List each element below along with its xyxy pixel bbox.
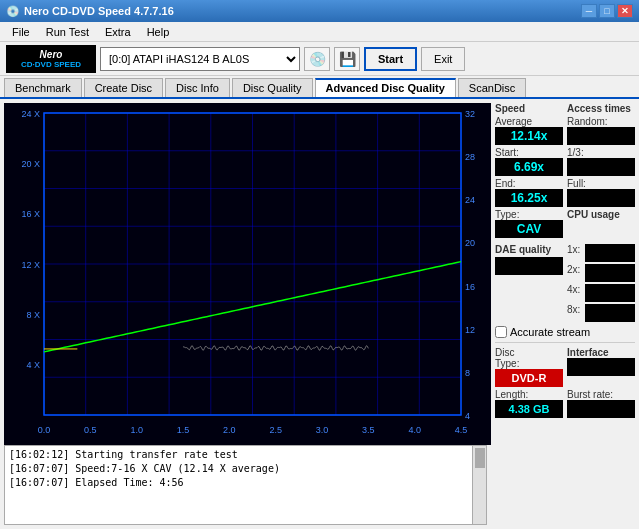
- end-col: End: 16.25x: [495, 178, 563, 207]
- average-label: Average: [495, 116, 563, 127]
- cpu-1x-label: 1x:: [567, 244, 580, 262]
- full-value: [567, 189, 635, 207]
- speed-section: Speed Access times Average 12.14x Random…: [495, 103, 635, 418]
- minimize-button[interactable]: ─: [581, 4, 597, 18]
- right-panel: Speed Access times Average 12.14x Random…: [491, 99, 639, 529]
- disc-eject-icon-btn[interactable]: 💿: [304, 47, 330, 71]
- menu-file[interactable]: File: [4, 24, 38, 40]
- tab-create-disc[interactable]: Create Disc: [84, 78, 163, 97]
- titlebar: 💿 Nero CD-DVD Speed 4.7.7.16 ─ □ ✕: [0, 0, 639, 22]
- burst-label: Burst rate:: [567, 389, 635, 400]
- speed-access-header: Speed Access times: [495, 103, 635, 114]
- access-times-label: Access times: [567, 103, 635, 114]
- type-label: Type:: [495, 209, 563, 220]
- disc-type-label2: Type:: [495, 358, 563, 369]
- average-col: Average 12.14x: [495, 116, 563, 145]
- tab-advanced-disc-quality[interactable]: Advanced Disc Quality: [315, 78, 456, 97]
- titlebar-controls: ─ □ ✕: [581, 4, 633, 18]
- accurate-stream-row: Accurate stream: [495, 326, 635, 338]
- speed-col: Speed: [495, 103, 563, 114]
- disc-type-label: Disc: [495, 347, 563, 358]
- chart-area: [4, 103, 491, 445]
- average-random-row: Average 12.14x Random:: [495, 116, 635, 145]
- accurate-stream-checkbox[interactable]: [495, 326, 507, 338]
- cpu-rows: DAE quality 1x: 2x: 4x:: [495, 240, 635, 322]
- speed-label: Speed: [495, 103, 563, 114]
- burst-value: [567, 400, 635, 418]
- full-label: Full:: [567, 178, 635, 189]
- full-col: Full:: [567, 178, 635, 207]
- cpu-right-col: 1x: 2x: 4x: 8x:: [567, 240, 635, 322]
- toolbar: Nero CD·DVD SPEED [0:0] ATAPI iHAS124 B …: [0, 42, 639, 76]
- tab-benchmark[interactable]: Benchmark: [4, 78, 82, 97]
- maximize-button[interactable]: □: [599, 4, 615, 18]
- save-icon-btn[interactable]: 💾: [334, 47, 360, 71]
- end-label: End:: [495, 178, 563, 189]
- tab-disc-quality[interactable]: Disc Quality: [232, 78, 313, 97]
- log-scroll-thumb[interactable]: [475, 448, 485, 468]
- cpu-2x-value: [585, 264, 635, 282]
- menu-run-test[interactable]: Run Test: [38, 24, 97, 40]
- tab-disc-info[interactable]: Disc Info: [165, 78, 230, 97]
- end-value: 16.25x: [495, 189, 563, 207]
- logo-speed-text: CD·DVD SPEED: [21, 60, 81, 69]
- cpu-8x-label: 8x:: [567, 304, 580, 322]
- titlebar-title: 💿 Nero CD-DVD Speed 4.7.7.16: [6, 5, 174, 18]
- end-full-row: End: 16.25x Full:: [495, 178, 635, 207]
- random-label: Random:: [567, 116, 635, 127]
- cpu-1x-value: [585, 244, 635, 262]
- type-col: Type: CAV: [495, 209, 563, 238]
- close-button[interactable]: ✕: [617, 4, 633, 18]
- menu-extra[interactable]: Extra: [97, 24, 139, 40]
- drive-selector[interactable]: [0:0] ATAPI iHAS124 B AL0S: [100, 47, 300, 71]
- app-window: 💿 Nero CD-DVD Speed 4.7.7.16 ─ □ ✕ File …: [0, 0, 639, 529]
- disc-type-value: DVD-R: [495, 369, 563, 387]
- log-line-2: [16:07:07] Speed:7-16 X CAV (12.14 X ave…: [9, 462, 468, 476]
- menu-help[interactable]: Help: [139, 24, 178, 40]
- exit-button[interactable]: Exit: [421, 47, 465, 71]
- menubar: File Run Test Extra Help: [0, 22, 639, 42]
- accurate-label: Accurate: [510, 326, 553, 338]
- app-logo: Nero CD·DVD SPEED: [6, 45, 96, 73]
- logo-nero-text: Nero: [40, 49, 63, 60]
- log-scrollbar[interactable]: [472, 446, 486, 524]
- disc-interface-row: Disc Type: DVD-R Interface: [495, 347, 635, 387]
- type-value: CAV: [495, 220, 563, 238]
- content-area: [16:02:12] Starting transfer rate test […: [0, 99, 639, 529]
- start-onethird-row: Start: 6.69x 1/3:: [495, 147, 635, 176]
- cpu-2x-label: 2x:: [567, 264, 580, 282]
- average-value: 12.14x: [495, 127, 563, 145]
- cpu-label: CPU usage: [567, 209, 635, 220]
- interface-col: Interface: [567, 347, 635, 387]
- speed-chart: [4, 103, 491, 445]
- tabbar: Benchmark Create Disc Disc Info Disc Qua…: [0, 76, 639, 99]
- chart-log-area: [16:02:12] Starting transfer rate test […: [0, 99, 491, 529]
- random-value: [567, 127, 635, 145]
- interface-label: Interface: [567, 347, 635, 358]
- type-cpu-row: Type: CAV CPU usage: [495, 209, 635, 238]
- length-value: 4.38 GB: [495, 400, 563, 418]
- start-speed-label: Start:: [495, 147, 563, 158]
- onethird-value: [567, 158, 635, 176]
- app-title: Nero CD-DVD Speed 4.7.7.16: [24, 5, 174, 17]
- cpu-4x-value: [585, 284, 635, 302]
- stream-label: stream: [556, 326, 590, 338]
- cpu-4x-label: 4x:: [567, 284, 580, 302]
- cpu-col: CPU usage: [567, 209, 635, 238]
- start-value: 6.69x: [495, 158, 563, 176]
- cpu-8x-value: [585, 304, 635, 322]
- log-line-3: [16:07:07] Elapsed Time: 4:56: [9, 476, 468, 490]
- random-col: Random:: [567, 116, 635, 145]
- log-line-1: [16:02:12] Starting transfer rate test: [9, 448, 468, 462]
- burst-col: Burst rate:: [567, 389, 635, 418]
- start-button[interactable]: Start: [364, 47, 417, 71]
- log-content: [16:02:12] Starting transfer rate test […: [5, 446, 472, 524]
- divider-1: [495, 342, 635, 343]
- onethird-col: 1/3:: [567, 147, 635, 176]
- tab-scandisc[interactable]: ScanDisc: [458, 78, 526, 97]
- length-label: Length:: [495, 389, 563, 400]
- app-icon: 💿: [6, 5, 20, 18]
- start-col: Start: 6.69x: [495, 147, 563, 176]
- access-col: Access times: [567, 103, 635, 114]
- log-area: [16:02:12] Starting transfer rate test […: [4, 445, 487, 525]
